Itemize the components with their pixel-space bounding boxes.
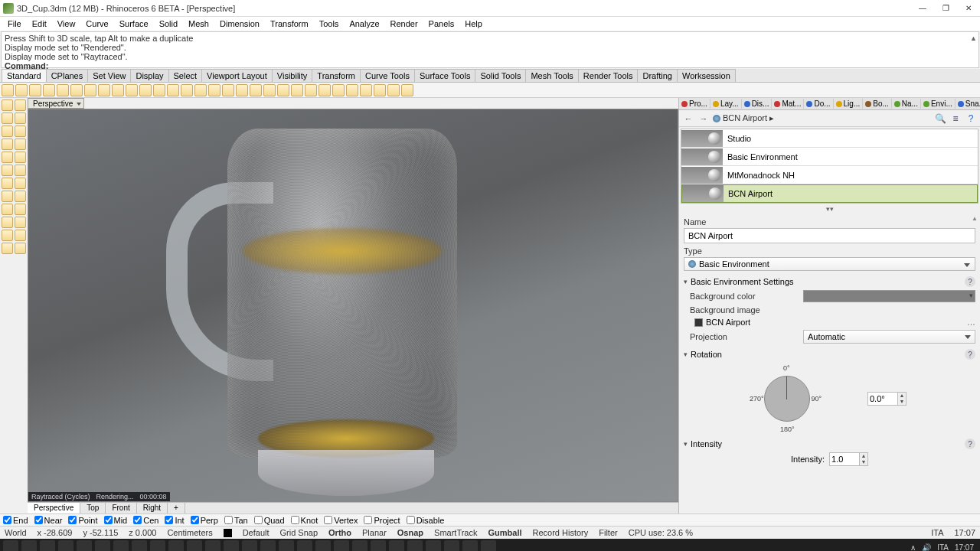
toolbar-icon[interactable] xyxy=(126,84,138,96)
osnap-int[interactable]: Int xyxy=(165,516,184,525)
search-icon[interactable]: 🔍 xyxy=(934,112,946,125)
toolbar-icon[interactable] xyxy=(346,84,358,96)
help-icon[interactable]: ? xyxy=(965,349,975,360)
taskbar-icon[interactable] xyxy=(426,540,441,551)
toolbar-icon[interactable] xyxy=(318,84,331,96)
filter-toggle[interactable]: Filter xyxy=(599,528,617,537)
toolbar-tab[interactable]: Standard xyxy=(2,69,47,82)
tool-icon[interactable] xyxy=(15,126,26,137)
tool-icon[interactable] xyxy=(2,112,13,124)
osnap-tan[interactable]: Tan xyxy=(224,516,248,525)
menu-tools[interactable]: Tools xyxy=(315,18,344,29)
lang-readout[interactable]: ITA xyxy=(931,528,943,537)
toolbar-tab[interactable]: Set View xyxy=(87,69,131,82)
panel-tab[interactable]: Mat... xyxy=(772,99,804,109)
toolbar-icon[interactable] xyxy=(43,84,55,96)
breadcrumb[interactable]: BCN Airport ▸ xyxy=(713,113,774,123)
viewport-perspective[interactable]: Raytraced (Cycles) Rendering... 00:00:08 xyxy=(28,109,678,502)
taskbar-icon[interactable] xyxy=(40,540,55,551)
spin-up-icon[interactable]: ▲ xyxy=(898,393,906,399)
tool-icon[interactable] xyxy=(15,152,26,163)
command-area[interactable]: Press Shift to 3D scale, tap Alt to make… xyxy=(1,31,979,68)
bg-image-value[interactable]: BCN Airport … xyxy=(694,318,975,327)
view-tab[interactable]: Front xyxy=(106,503,136,514)
taskbar-icon[interactable] xyxy=(260,540,276,551)
rotation-dial[interactable]: 0° 90° 180° 270° xyxy=(753,364,822,433)
tool-icon[interactable] xyxy=(15,243,26,254)
ortho-toggle[interactable]: Ortho xyxy=(328,528,351,537)
tool-icon[interactable] xyxy=(2,230,13,241)
help-icon[interactable]: ? xyxy=(965,439,975,449)
panel-tab[interactable]: Lig... xyxy=(834,99,864,109)
planar-toggle[interactable]: Planar xyxy=(362,528,387,537)
tool-icon[interactable] xyxy=(2,178,13,189)
osnap-toggle[interactable]: Osnap xyxy=(397,528,423,537)
section-basic-env[interactable]: ▾ Basic Environment Settings ? xyxy=(684,276,975,287)
taskbar-icon[interactable] xyxy=(462,540,478,551)
menu-icon[interactable]: ≡ xyxy=(949,112,962,125)
minimize-button[interactable]: — xyxy=(911,0,934,17)
toolbar-tab[interactable]: Display xyxy=(130,69,168,82)
history-toggle[interactable]: Record History xyxy=(533,528,589,537)
toolbar-icon[interactable] xyxy=(277,84,289,96)
osnap-cen[interactable]: Cen xyxy=(133,516,158,525)
menu-render[interactable]: Render xyxy=(386,18,423,29)
taskbar-icon[interactable] xyxy=(444,540,459,551)
menu-dimension[interactable]: Dimension xyxy=(215,18,264,29)
osnap-near[interactable]: Near xyxy=(34,516,63,525)
menu-help[interactable]: Help xyxy=(460,18,487,29)
toolbar-icon[interactable] xyxy=(387,84,400,96)
menu-mesh[interactable]: Mesh xyxy=(184,18,214,29)
toolbar-icon[interactable] xyxy=(98,84,110,96)
toolbar-icon[interactable] xyxy=(139,84,152,96)
menu-edit[interactable]: Edit xyxy=(28,18,51,29)
view-tab[interactable]: + xyxy=(168,503,185,514)
toolbar-icon[interactable] xyxy=(374,84,386,96)
taskbar-icon[interactable] xyxy=(352,540,368,551)
toolbar-tab[interactable]: Curve Tools xyxy=(360,69,415,82)
toolbar-tab[interactable]: Select xyxy=(168,69,203,82)
help-icon[interactable]: ? xyxy=(965,112,977,125)
toolbar-icon[interactable] xyxy=(291,84,303,96)
nav-forward-icon[interactable]: → xyxy=(697,112,710,125)
env-item[interactable]: Basic Environment xyxy=(681,148,978,166)
spin-down-icon[interactable]: ▼ xyxy=(898,399,906,405)
intensity-field[interactable] xyxy=(829,452,860,466)
taskbar-icon[interactable] xyxy=(58,540,74,551)
view-tab[interactable]: Top xyxy=(80,503,106,514)
tool-icon[interactable] xyxy=(15,139,26,150)
menu-view[interactable]: View xyxy=(53,18,80,29)
panel-tab[interactable]: Envi... xyxy=(921,99,956,109)
tool-icon[interactable] xyxy=(15,204,26,215)
toolbar-icon[interactable] xyxy=(236,84,248,96)
panel-tab[interactable]: Dis... xyxy=(742,99,773,109)
taskbar-icon[interactable] xyxy=(132,540,147,551)
tool-icon[interactable] xyxy=(15,217,26,228)
env-item[interactable]: BCN Airport xyxy=(681,184,978,203)
tool-icon[interactable] xyxy=(2,217,13,228)
osnap-knot[interactable]: Knot xyxy=(291,516,318,525)
toolbar-tab[interactable]: CPlanes xyxy=(46,69,89,82)
smarttrack-toggle[interactable]: SmartTrack xyxy=(434,528,477,537)
tool-icon[interactable] xyxy=(15,165,26,176)
taskbar-icon[interactable] xyxy=(481,540,496,551)
taskbar-icon[interactable] xyxy=(113,540,129,551)
taskbar-icon[interactable] xyxy=(279,540,294,551)
taskbar-icon[interactable] xyxy=(205,540,220,551)
menu-file[interactable]: File xyxy=(3,18,26,29)
osnap-quad[interactable]: Quad xyxy=(254,516,285,525)
taskbar-icon[interactable] xyxy=(3,540,18,551)
menu-analyze[interactable]: Analyze xyxy=(345,18,384,29)
osnap-perp[interactable]: Perp xyxy=(191,516,218,525)
panel-tab[interactable]: Bo... xyxy=(863,99,892,109)
type-select[interactable]: Basic Environment xyxy=(684,257,975,271)
scroll-up-icon[interactable]: ▲ xyxy=(970,34,977,43)
tool-icon[interactable] xyxy=(2,126,13,137)
gumball-toggle[interactable]: Gumball xyxy=(488,528,521,537)
tool-icon[interactable] xyxy=(15,99,26,111)
tool-icon[interactable] xyxy=(2,139,13,150)
rotation-input[interactable]: ▲▼ xyxy=(867,392,906,406)
toolbar-icon[interactable] xyxy=(167,84,179,96)
toolbar-icon[interactable] xyxy=(15,84,28,96)
menu-surface[interactable]: Surface xyxy=(115,18,153,29)
